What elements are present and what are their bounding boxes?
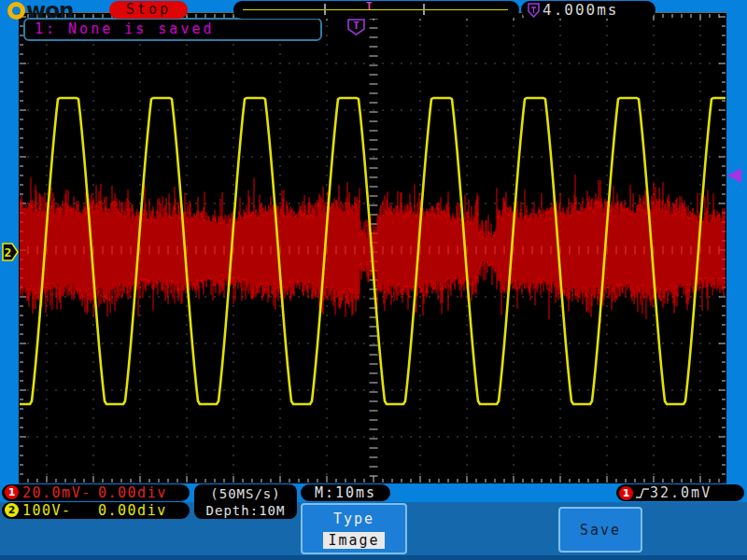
trigger-level-marker[interactable] [727, 168, 741, 183]
sample-rate: (50MS/s) [194, 485, 297, 502]
acquisition-readout: (50MS/s) Depth:10M [194, 484, 297, 519]
ch2-readout: 2 100V- 0.00div [2, 502, 190, 519]
ch2-zero-label: 2 [5, 245, 12, 259]
ch2-scale: 100V- [22, 502, 72, 519]
ch1-position: 0.00div [98, 484, 167, 501]
save-button[interactable]: Save [558, 507, 642, 553]
trigger-level-value: 32.0mV [650, 484, 712, 501]
record-depth: Depth:10M [194, 502, 297, 519]
ch1-badge: 1 [5, 485, 19, 499]
ch2-badge: 2 [5, 503, 19, 517]
waveform-display [19, 13, 726, 483]
window-bracket-left [324, 4, 326, 15]
oscilloscope-screen: won Stop T 4.000ms T 2 1: None is saved [0, 0, 747, 560]
type-button[interactable]: Type Image [301, 503, 407, 554]
trigger-time-readout: 4.000ms [521, 1, 655, 19]
save-button-label: Save [580, 522, 621, 539]
ch1-readout: 1 20.0mV- 0.00div [2, 484, 190, 501]
type-button-label: Type [333, 511, 374, 527]
ch1-scale: 20.0mV- [22, 484, 92, 501]
trigger-shield-icon [528, 3, 540, 18]
type-button-value: Image [323, 532, 384, 549]
horizontal-position-indicator: T [233, 1, 519, 19]
timebase-readout: M:10ms [301, 484, 390, 501]
trigger-time-value: 4.000ms [543, 1, 618, 19]
owon-logo-ring-icon [7, 2, 25, 20]
owon-logo: won [7, 1, 73, 21]
run-state-button[interactable]: Stop [109, 1, 188, 19]
trigger-source-badge: 1 [619, 486, 633, 500]
ch2-zero-marker[interactable]: 2 [3, 244, 18, 260]
trigger-time-marker: T [366, 1, 373, 11]
rising-edge-icon [635, 486, 650, 500]
window-bracket-right [423, 4, 425, 15]
owon-logo-text: won [26, 1, 73, 21]
bottom-strip [0, 555, 747, 560]
trigger-readout: 1 32.0mV [616, 484, 744, 501]
record-window-line [243, 9, 508, 10]
ch2-position: 0.00div [98, 502, 167, 519]
